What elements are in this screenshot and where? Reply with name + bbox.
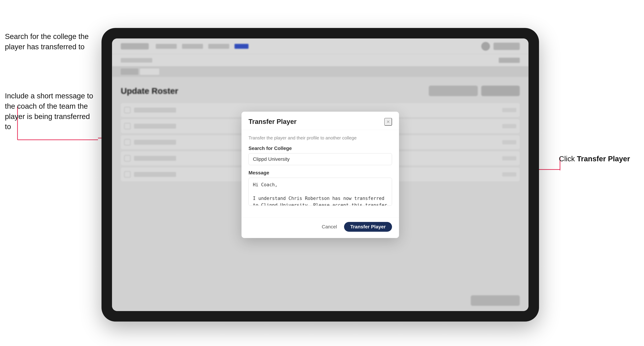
modal-footer: Cancel Transfer Player [242,218,399,238]
annotation-left-top: Search for the college the player has tr… [5,31,96,63]
modal-title: Transfer Player [248,118,296,126]
modal-subtitle: Transfer the player and their profile to… [248,135,392,141]
modal-overlay: Transfer Player × Transfer the player an… [112,38,528,311]
annotation-right: Click Transfer Player [556,154,630,174]
modal-body: Transfer the player and their profile to… [242,130,399,218]
modal-header: Transfer Player × [242,112,399,130]
search-college-input[interactable] [248,153,392,165]
message-label: Message [248,170,392,176]
tablet-screen: Update Roster [112,38,528,311]
message-textarea[interactable]: Hi Coach, I understand Chris Robertson h… [248,178,392,206]
search-college-label: Search for College [248,146,392,151]
transfer-player-button[interactable]: Transfer Player [344,222,392,232]
modal-close-button[interactable]: × [384,118,392,126]
transfer-player-modal: Transfer Player × Transfer the player an… [242,112,399,238]
annotation-left-bottom: Include a short message to the coach of … [5,91,96,142]
tablet-device: Update Roster [102,28,539,322]
cancel-button[interactable]: Cancel [318,222,340,232]
